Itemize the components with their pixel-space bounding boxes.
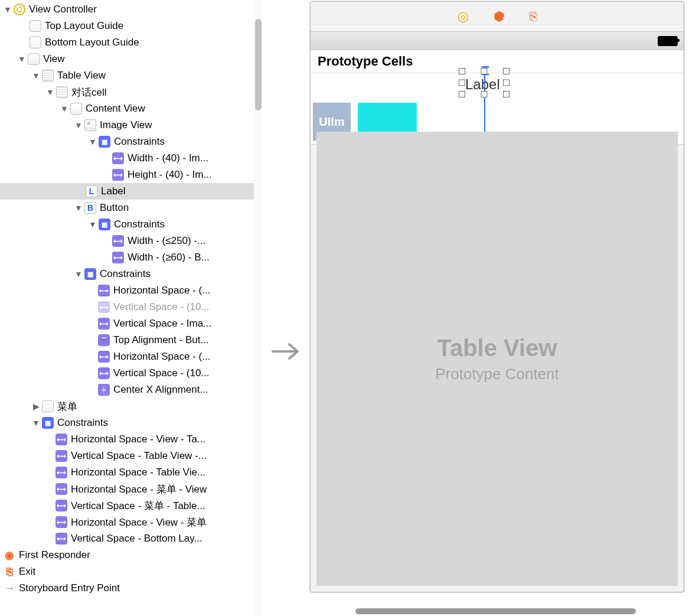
tree-top-layout-guide[interactable]: Top Layout Guide [0, 18, 263, 34]
hspace-constraint-icon: ⟷ [55, 434, 67, 445]
width-constraint-icon: ⟷ [112, 152, 124, 164]
label-icon: L [86, 185, 97, 197]
tree-iv-height[interactable]: ⟷Height - (40) - Im... [0, 167, 263, 183]
hspace-constraint-icon: ⟷ [55, 516, 67, 528]
height-constraint-icon: ⟷ [112, 169, 124, 181]
tree-button[interactable]: ▼BButton [0, 200, 263, 216]
layoutguide-icon [30, 37, 41, 48]
entry-arrow-icon: → [4, 582, 15, 594]
vspace-constraint-icon: ⟷ [55, 500, 67, 511]
tree-vw-c6[interactable]: ⟷Horizontal Space - View - 菜单 [0, 514, 263, 530]
tree-bottom-layout-guide[interactable]: Bottom Layout Guide [0, 34, 263, 51]
vspace-constraint-icon: ⟷ [98, 318, 110, 330]
vspace-constraint-icon: ⟷ [55, 533, 67, 545]
constraints-icon: ▦ [99, 219, 110, 230]
tree-cv-cx[interactable]: ╪Center X Alignment... [0, 382, 263, 398]
canvas[interactable]: ◎ ⬢1 ⎘ Prototype Cells Ꮖ Label UIIm [263, 0, 699, 616]
tree-cv-constraints[interactable]: ▼▦Constraints [0, 266, 263, 282]
tree-label[interactable]: LLabel [0, 183, 263, 200]
prototype-header: Prototype Cells [311, 50, 684, 73]
vspace-constraint-icon: ⟷ [55, 450, 67, 462]
tree-first-responder[interactable]: ◉First Responder [0, 547, 263, 563]
status-bar [311, 31, 684, 50]
layoutguide-icon [30, 20, 41, 32]
scene-view-controller[interactable]: ◎ ⬢1 ⎘ Prototype Cells Ꮖ Label UIIm [310, 1, 684, 592]
exit-icon: ⎘ [4, 566, 15, 578]
scene-dock: ◎ ⬢1 ⎘ [311, 2, 684, 31]
canvas-label[interactable]: Label [465, 76, 500, 93]
tree-entry-point[interactable]: →Storyboard Entry Point [0, 580, 263, 597]
align-constraint-icon: ⎺ [98, 334, 110, 346]
xcode-ib-window: ▼View Controller Top Layout Guide Bottom… [0, 0, 699, 616]
tree-iv-constraints[interactable]: ▼▦Constraints [0, 133, 263, 150]
tv-placeholder-subtitle: Prototype Content [435, 365, 559, 383]
tree-cv-hs2[interactable]: ⟷Horizontal Space - (... [0, 348, 263, 365]
table-view-placeholder: Table View Prototype Content [316, 132, 678, 586]
tree-vw-c3[interactable]: ⟷Horizontal Space - Table Vie... [0, 464, 263, 481]
tree-content-view[interactable]: ▼Content View [0, 100, 263, 117]
tree-cv-hs1[interactable]: ⟷Horizontal Space - (... [0, 282, 263, 299]
exit-dock-icon[interactable]: ⎘ [530, 9, 537, 24]
first-responder-dock-icon[interactable]: ⬢1 [494, 9, 505, 24]
button-icon: B [84, 202, 96, 214]
tree-table-view[interactable]: ▼Table View [0, 67, 263, 84]
view-icon [28, 53, 40, 65]
tree-btn-constraints[interactable]: ▼▦Constraints [0, 216, 263, 233]
tree-exit[interactable]: ⎘Exit [0, 563, 263, 580]
tree-image-view[interactable]: ▼Image View [0, 117, 263, 133]
tree-cv-vs-ima[interactable]: ⟷Vertical Space - Ima... [0, 315, 263, 332]
tree-view[interactable]: ▼View [0, 51, 263, 67]
tree-menu[interactable]: ▶菜单 [0, 398, 263, 415]
canvas-button[interactable] [358, 103, 417, 132]
tree-vw-c5[interactable]: ⟷Vertical Space - 菜单 - Table... [0, 497, 263, 514]
hspace-constraint-icon: ⟷ [98, 285, 110, 296]
tree-cv-topalign[interactable]: ⎺Top Alignment - But... [0, 332, 263, 348]
vspace-constraint-icon: ⟷ [98, 367, 110, 379]
tree-btn-w2[interactable]: ⟷Width - (≥60) - B... [0, 249, 263, 266]
tree-view-controller[interactable]: ▼View Controller [0, 1, 263, 18]
viewcontroller-icon [14, 4, 25, 15]
width-constraint-icon: ⟷ [112, 252, 124, 263]
tree-vw-c4[interactable]: ⟷Horizontal Space - 菜单 - View [0, 481, 263, 497]
tableview-icon [42, 70, 54, 82]
vspace-constraint-dim-icon: ⟷ [98, 301, 110, 313]
imageview-icon [84, 119, 96, 131]
tree-cv-vs-dim[interactable]: ⟷Vertical Space - (10... [0, 299, 263, 315]
tree-vw-c1[interactable]: ⟷Horizontal Space - View - Ta... [0, 431, 263, 448]
tree-iv-width[interactable]: ⟷Width - (40) - Im... [0, 150, 263, 167]
tree-btn-w1[interactable]: ⟷Width - (≤250) -... [0, 233, 263, 249]
tree-vw-c7[interactable]: ⟷Vertical Space - Bottom Lay... [0, 530, 263, 547]
tree-cell[interactable]: ▼对话cell [0, 84, 263, 100]
centerx-constraint-icon: ╪ [98, 384, 110, 396]
tree-vw-constraints[interactable]: ▼▦Constraints [0, 415, 263, 431]
hspace-constraint-icon: ⟷ [98, 351, 110, 363]
segue-entry-arrow-icon[interactable] [272, 340, 304, 366]
first-responder-icon: ◉ [4, 549, 15, 561]
outline-scrollbar[interactable] [254, 0, 263, 616]
constraints-icon: ▦ [84, 268, 96, 280]
width-constraint-icon: ⟷ [112, 235, 124, 247]
battery-icon [658, 36, 678, 46]
hspace-constraint-icon: ⟷ [55, 467, 67, 478]
tv-placeholder-title: Table View [437, 335, 557, 361]
document-outline[interactable]: ▼View Controller Top Layout Guide Bottom… [0, 0, 263, 616]
tree-cv-vs10[interactable]: ⟷Vertical Space - (10... [0, 365, 263, 382]
view-icon [70, 103, 82, 115]
tree-vw-c2[interactable]: ⟷Vertical Space - Table View -... [0, 448, 263, 464]
canvas-horizontal-scrollbar[interactable] [311, 607, 689, 616]
cell-icon [56, 86, 68, 98]
view-icon [42, 400, 54, 412]
viewcontroller-dock-icon[interactable]: ◎ [458, 9, 469, 24]
constraints-icon: ▦ [99, 136, 110, 148]
constraints-icon: ▦ [42, 417, 54, 429]
hspace-constraint-icon: ⟷ [55, 483, 67, 495]
